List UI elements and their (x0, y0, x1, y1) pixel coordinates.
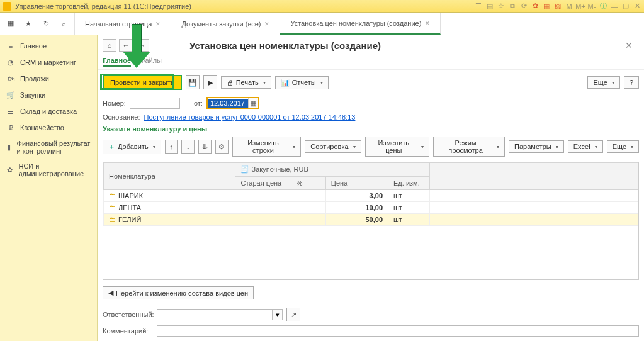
col-pct[interactable]: % (291, 177, 325, 190)
tab-pricing[interactable]: Установка цен номенклатуры (создание) ✕ (280, 13, 441, 35)
titlebar-icon[interactable]: ▦ (542, 2, 551, 11)
titlebar-icon[interactable]: ▨ (553, 2, 562, 11)
cell-old[interactable] (235, 190, 291, 202)
help-button[interactable]: ? (624, 76, 639, 89)
table-row[interactable]: 🗀ЛЕНТА10,00шт (104, 202, 638, 214)
titlebar-icon[interactable]: ☰ (474, 2, 483, 11)
tab-purchases[interactable]: Документы закупки (все) ✕ (171, 13, 280, 35)
dropdown-icon[interactable]: ▾ (273, 309, 283, 320)
titlebar-m-plus[interactable]: M+ (576, 2, 585, 11)
table-more-button[interactable]: Еще (607, 140, 639, 153)
info-icon[interactable]: ⓘ (599, 2, 607, 11)
close-icon[interactable]: ✕ (633, 2, 641, 11)
inner-tab-main[interactable]: Главное (103, 55, 131, 67)
cell-price[interactable]: 3,00 (325, 190, 388, 202)
date-label: от: (194, 99, 203, 107)
maximize-icon[interactable]: ▢ (621, 2, 630, 11)
cell-old[interactable] (235, 202, 291, 214)
settings-button[interactable]: ⚙ (215, 140, 229, 154)
titlebar-icon[interactable]: ⟳ (519, 2, 528, 11)
tab-close-icon[interactable]: ✕ (155, 21, 161, 27)
reports-button[interactable]: 📊Отчеты (275, 76, 329, 89)
date-field[interactable]: ▦ (206, 97, 259, 109)
minimize-icon[interactable]: — (610, 2, 619, 11)
post-button[interactable]: ▶ (203, 75, 217, 89)
home-button[interactable]: ⌂ (103, 39, 116, 52)
fill-button[interactable]: ⇊ (198, 140, 212, 154)
change-price-types-button[interactable]: ◀ Перейти к изменению состава видов цен (103, 286, 254, 299)
table-row[interactable]: 🗀ГЕЛИЙ50,00шт (104, 214, 638, 226)
titlebar-m-minus[interactable]: M- (587, 2, 596, 11)
sidebar-item-crm[interactable]: ◔CRM и маркетинг (0, 54, 97, 70)
search-icon[interactable]: ⌕ (58, 18, 69, 30)
add-button[interactable]: ＋Добавить (103, 140, 161, 154)
titlebar-icon[interactable]: ✿ (531, 2, 539, 11)
inner-tabs: Главное Файлы (98, 55, 644, 70)
open-ref-button[interactable]: ↗ (286, 308, 300, 321)
down-button[interactable]: ↓ (181, 140, 195, 154)
apps-icon[interactable]: ▦ (5, 18, 16, 30)
cell-unit[interactable]: шт (388, 190, 430, 202)
cell-pct[interactable] (291, 190, 325, 202)
change-prices-button[interactable]: Изменить цены (365, 137, 429, 157)
history-icon[interactable]: ↻ (40, 18, 52, 30)
number-input[interactable] (130, 98, 180, 109)
sidebar-item-purchasing[interactable]: 🛒Закупки (0, 87, 97, 103)
change-rows-button[interactable]: Изменить строки (232, 137, 301, 157)
more-button[interactable]: Еще (587, 76, 619, 89)
cell-price[interactable]: 50,00 (325, 214, 388, 226)
excel-button[interactable]: Excel (568, 140, 603, 153)
col-old[interactable]: Старая цена (235, 177, 291, 190)
post-and-close-button[interactable]: Провести и закрыть (103, 75, 182, 90)
view-mode-button[interactable]: Режим просмотра (433, 137, 505, 157)
page-close-icon[interactable]: ✕ (625, 40, 633, 50)
cell-unit[interactable]: шт (388, 202, 430, 214)
titlebar-m[interactable]: M (565, 2, 573, 11)
sidebar-item-admin[interactable]: ✿НСИ и администрирование (0, 159, 97, 181)
cell-pct[interactable] (291, 202, 325, 214)
cell-name[interactable]: 🗀ШАРИК (104, 190, 235, 202)
cell-name[interactable]: 🗀ЛЕНТА (104, 202, 235, 214)
comment-input[interactable] (157, 325, 639, 337)
table-row[interactable]: 🗀ШАРИК3,00шт (104, 190, 638, 202)
col-nomenclature[interactable]: Номенклатура (104, 163, 235, 190)
cell-pct[interactable] (291, 214, 325, 226)
report-icon: 📊 (281, 79, 290, 87)
print-button[interactable]: 🖨Печать (221, 76, 271, 89)
content-pane: ⌂ ← → Установка цен номенклатуры (создан… (98, 35, 644, 341)
cell-name[interactable]: 🗀ГЕЛИЙ (104, 214, 235, 226)
responsible-input[interactable] (157, 309, 273, 320)
purchase-icon: 🧾 (240, 165, 249, 173)
titlebar-icon[interactable]: ⧉ (508, 2, 517, 11)
inner-tab-files[interactable]: Файлы (140, 55, 162, 67)
up-button[interactable]: ↑ (165, 140, 178, 154)
basis-row: Основание: Поступление товаров и услуг 0… (98, 111, 644, 123)
sidebar-item-treasury[interactable]: ₽Казначейство (0, 120, 97, 136)
cell-price[interactable]: 10,00 (325, 202, 388, 214)
col-group[interactable]: 🧾 Закупочные, RUB (235, 163, 430, 177)
tab-close-icon[interactable]: ✕ (425, 20, 430, 26)
basis-link[interactable]: Поступление товаров и услуг 0000-000001 … (144, 113, 355, 121)
cell-unit[interactable]: шт (388, 214, 430, 226)
sidebar-item-main[interactable]: ≡Главное (0, 38, 97, 54)
sidebar-item-warehouse[interactable]: ☰Склад и доставка (0, 103, 97, 120)
star-icon[interactable]: ★ (23, 18, 34, 30)
calendar-icon[interactable]: ▦ (248, 98, 258, 108)
action-toolbar: Провести и закрыть 💾 ▶ 🖨Печать 📊Отчеты Е… (98, 70, 644, 95)
params-button[interactable]: Параметры (509, 140, 564, 153)
col-price[interactable]: Цена (325, 177, 388, 190)
sort-button[interactable]: Сортировка (305, 140, 361, 153)
forward-button[interactable]: → (135, 39, 149, 52)
sidebar-item-finance[interactable]: ▮Финансовый результат и контроллинг (0, 136, 97, 159)
tab-close-icon[interactable]: ✕ (264, 21, 269, 27)
tab-home[interactable]: Начальная страница ✕ (75, 13, 171, 35)
titlebar-icon[interactable]: ☆ (497, 2, 506, 11)
sidebar-item-sales[interactable]: 🛍Продажи (0, 70, 97, 87)
col-unit[interactable]: Ед. изм. (388, 177, 430, 190)
save-button[interactable]: 💾 (186, 75, 200, 89)
titlebar-icon[interactable]: ▤ (485, 2, 494, 11)
cell-old[interactable] (235, 214, 291, 226)
date-input[interactable] (208, 99, 248, 108)
back-button[interactable]: ← (119, 39, 133, 52)
responsible-label: Ответственный: (103, 311, 153, 318)
